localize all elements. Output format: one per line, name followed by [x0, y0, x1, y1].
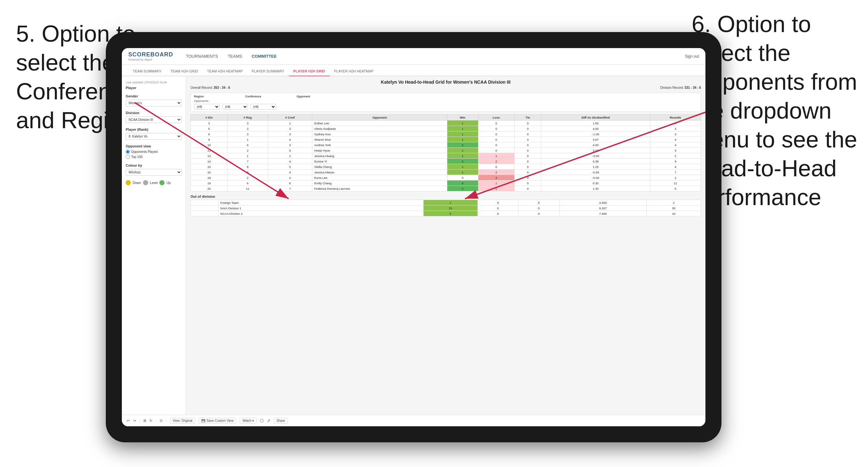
toolbar-icon-3[interactable]: ⊙	[160, 418, 162, 423]
col-rounds: Rounds	[650, 115, 701, 121]
sub-nav-player-summary[interactable]: PLAYER SUMMARY	[247, 67, 289, 76]
sidebar-opponent-view-section: Opponent view Opponents Played Top 100	[126, 144, 182, 159]
main-content: Last Updated: 27/03/2024 16:46 Player Ge…	[122, 76, 706, 426]
col-reg: # Reg	[227, 115, 268, 121]
legend-dot-level	[143, 180, 148, 185]
col-conf: # Conf	[268, 115, 312, 121]
col-diff: Diff Av Strokes/Rnd	[541, 115, 650, 121]
legend-label-down: Down	[133, 181, 141, 185]
grid-title: Katelyn Vo Head-to-Head Grid for Women's…	[190, 80, 701, 85]
table-row: 1311Jessica Huang110-3.002	[191, 153, 701, 159]
sidebar-player-rank-select[interactable]: 8. Katelyn Vo	[126, 133, 182, 140]
toolbar-icon-2[interactable]: ↻	[149, 418, 152, 423]
logo-text: SCOREBOARD	[128, 51, 173, 58]
out-of-division-table: Foreign Team1004.5002NAIA Division 11500…	[190, 200, 701, 216]
sidebar-colour-section: Colour by Win/loss	[126, 163, 182, 176]
sidebar-radio-opponents-played[interactable]: Opponents Played	[126, 150, 182, 154]
opponents-label-line: Opponents:	[194, 99, 698, 102]
legend-label-up: Up	[166, 181, 170, 185]
undo-icon[interactable]: ↩	[127, 418, 130, 423]
sidebar-colour-label: Colour by	[126, 163, 182, 167]
col-loss: Loss	[478, 115, 514, 121]
tablet-screen: SCOREBOARD Powered by clippd TOURNAMENTS…	[122, 48, 706, 426]
sidebar-gender-select[interactable]: Women's	[126, 100, 182, 106]
sidebar-division-label: Division	[126, 111, 182, 115]
nav-items: TOURNAMENTS TEAMS COMMITTEE	[186, 53, 685, 60]
save-custom-view-button[interactable]: 💾 Save Custom View	[198, 418, 236, 424]
sidebar-opponent-view-label: Opponent view	[126, 144, 182, 148]
legend-dot-up	[159, 180, 164, 185]
sub-nav-team-h2h-heatmap[interactable]: TEAM H2H HEATMAP	[203, 67, 247, 76]
tablet-device: SCOREBOARD Powered by clippd TOURNAMENTS…	[106, 32, 721, 442]
table-row: 20117Federica Domecq Lacroze2101.336	[191, 186, 701, 191]
col-win: Win	[447, 115, 478, 121]
legend-row: Down Level Up	[126, 180, 182, 185]
sidebar-gender-section: Gender Women's	[126, 94, 182, 106]
overall-record: Overall Record: 353 - 34 - 6	[190, 86, 230, 89]
nav-item-teams[interactable]: TEAMS	[228, 53, 242, 60]
logo-sub: Powered by clippd	[128, 58, 173, 61]
toolbar-icon-share2[interactable]: ↗	[267, 418, 270, 423]
sidebar: Last Updated: 27/03/2024 16:46 Player Ge…	[122, 76, 186, 426]
bottom-toolbar: ↩ ↪ | ⊞ ↻ | ⊙ | View: Original 💾 Save Cu…	[122, 415, 706, 426]
filter-sections-wrapper: Region Conference Opponent Opponents: (A…	[190, 93, 701, 112]
sub-nav-team-summary[interactable]: TEAM SUMMARY	[128, 67, 166, 76]
out-of-division-title: Out of division	[190, 194, 701, 198]
table-row: 522Alexis Sudjianto1004.003	[191, 126, 701, 131]
filter-header-row: Region Conference Opponent	[194, 95, 698, 98]
data-table: # Div # Reg # Conf Opponent Win Loss Tie…	[190, 115, 701, 191]
table-row: Foreign Team1004.5002	[191, 200, 701, 206]
sign-out-link[interactable]: Sign out	[685, 54, 699, 59]
toolbar-icon-share1[interactable]: ⬡	[260, 418, 264, 423]
sidebar-radio-top100[interactable]: Top 100	[126, 155, 182, 159]
opponents-label: Opponents:	[194, 99, 209, 102]
filter-opponent-select[interactable]: (All)	[250, 104, 276, 110]
filter-opponent-header: Opponent	[297, 95, 338, 98]
logo-area: SCOREBOARD Powered by clippd	[128, 51, 173, 61]
watch-button[interactable]: Watch ▾	[240, 418, 257, 424]
sub-nav: TEAM SUMMARY TEAM H2H GRID TEAM H2H HEAT…	[122, 65, 706, 76]
col-div: # Div	[191, 115, 228, 121]
legend-dot-down	[126, 180, 131, 185]
sub-nav-player-h2h-heatmap[interactable]: PLAYER H2H HEATMAP	[330, 67, 378, 76]
filter-conference-select[interactable]: (All)	[222, 104, 248, 110]
sidebar-division-section: Division NCAA Division III	[126, 111, 182, 123]
table-row: 1634Jessica Mason120-0.947	[191, 169, 701, 175]
sidebar-radio-group: Opponents Played Top 100	[126, 150, 182, 159]
redo-icon[interactable]: ↪	[133, 418, 136, 423]
nav-bar: SCOREBOARD Powered by clippd TOURNAMENTS…	[122, 48, 706, 65]
view-original-button[interactable]: View: Original	[170, 418, 195, 424]
sidebar-colour-select[interactable]: Win/loss	[126, 169, 182, 176]
table-row: 1822Euna Lee030-5.002	[191, 175, 701, 181]
nav-item-tournaments[interactable]: TOURNAMENTS	[186, 53, 218, 60]
filter-region-select[interactable]: (All)	[194, 104, 220, 110]
nav-item-committee[interactable]: COMMITTEE	[252, 53, 277, 60]
table-row: 1474Eunice Yi2200.389	[191, 159, 701, 164]
last-updated: Last Updated: 27/03/2024 16:46	[126, 81, 182, 84]
nav-right: Sign out	[685, 54, 699, 59]
col-opponent: Opponent	[312, 115, 447, 121]
share-button[interactable]: Share	[274, 418, 288, 424]
table-row: 633Sydney Kuo100-1.003	[191, 131, 701, 137]
table-row: 1966Emily Chang4100.3011	[191, 181, 701, 186]
toolbar-icon-1[interactable]: ⊞	[143, 418, 146, 423]
filter-selects-row: (All) (All) (All)	[194, 104, 698, 110]
sub-nav-player-h2h-grid[interactable]: PLAYER H2H GRID	[289, 67, 330, 76]
sidebar-player-section: Player	[126, 86, 182, 90]
sub-nav-team-h2h-grid[interactable]: TEAM H2H GRID	[166, 67, 203, 76]
legend-label-level: Level	[150, 181, 158, 185]
table-row: 1585Stella Cheng1001.254	[191, 164, 701, 169]
sidebar-division-select[interactable]: NCAA Division III	[126, 116, 182, 123]
col-tie: Tie	[514, 115, 541, 121]
table-row: NAIA Division 115009.26730	[191, 206, 701, 211]
sidebar-player-rank-section: Player (Rank) 8. Katelyn Vo	[126, 128, 182, 140]
filter-region-header: Region	[194, 95, 236, 98]
grid-area: Katelyn Vo Head-to-Head Grid for Women's…	[186, 76, 706, 426]
table-row: 1063Andrea York2004.004	[191, 142, 701, 148]
filter-conference-header: Conference	[245, 95, 287, 98]
table-row: 914Sharon Mun1003.673	[191, 137, 701, 142]
grid-records: Overall Record: 353 - 34 - 6 Division Re…	[190, 86, 701, 89]
table-row: 331Esther Lee1001.504	[191, 121, 701, 126]
sidebar-gender-label: Gender	[126, 94, 182, 98]
table-row: NCAA Division 25007.40010	[191, 211, 701, 216]
